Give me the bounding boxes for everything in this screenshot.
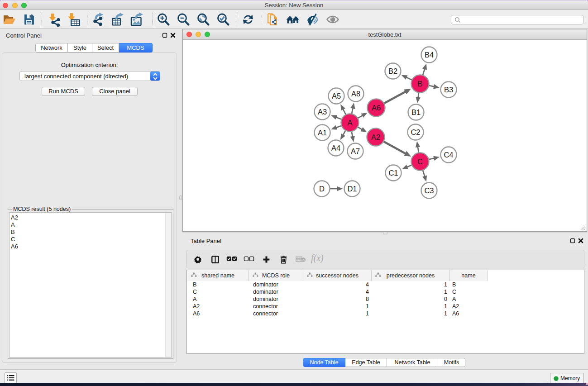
svg-text:C4: C4 [444, 151, 453, 159]
svg-text:B: B [417, 80, 422, 88]
svg-text:C: C [417, 157, 423, 166]
svg-text:A8: A8 [351, 90, 360, 98]
svg-text:A4: A4 [331, 144, 340, 152]
svg-text:C2: C2 [411, 128, 420, 136]
svg-text:B2: B2 [388, 67, 397, 75]
svg-text:A6: A6 [372, 104, 381, 112]
svg-text:B3: B3 [444, 86, 453, 94]
svg-text:A2: A2 [371, 133, 380, 141]
svg-text:A5: A5 [332, 92, 341, 100]
svg-text:C3: C3 [424, 186, 434, 195]
svg-text:B4: B4 [425, 51, 434, 59]
svg-text:A3: A3 [318, 108, 327, 116]
svg-text:D: D [319, 185, 325, 193]
svg-text:A1: A1 [318, 129, 327, 137]
svg-text:A7: A7 [351, 147, 360, 155]
svg-text:B1: B1 [411, 108, 421, 116]
svg-text:A: A [347, 119, 352, 127]
svg-text:D1: D1 [347, 185, 357, 193]
svg-text:C1: C1 [388, 169, 398, 177]
